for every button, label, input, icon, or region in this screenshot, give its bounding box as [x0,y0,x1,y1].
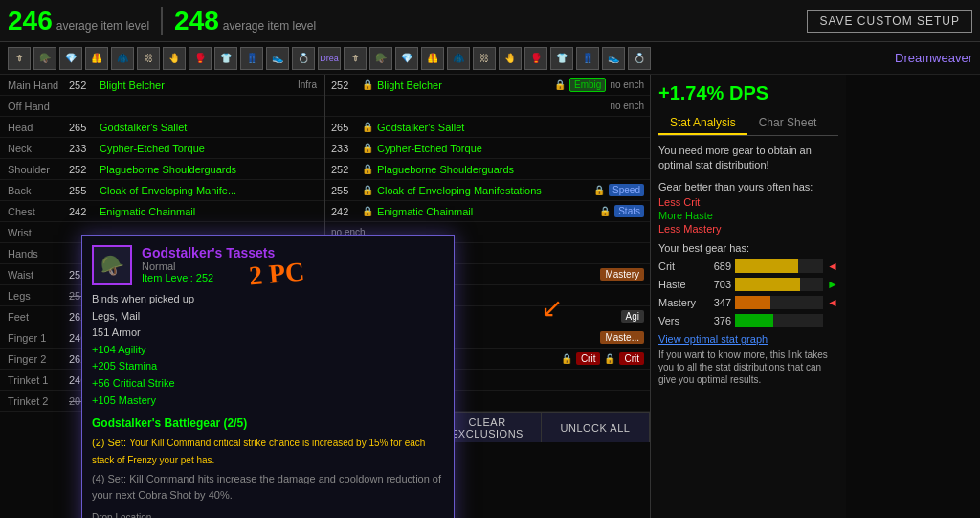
slot-label: Hands [8,248,65,259]
stat-name-mastery: Mastery [658,297,699,308]
gear-row-offhand[interactable]: Off Hand [0,96,324,117]
tooltip-body: Binds when picked up Legs, Mail 151 Armo… [92,291,444,518]
right-gear-row-back[interactable]: 255 🔒 Cloak of Enveloping Manifestations… [325,180,650,201]
right-ilvl-number: 248 [174,6,219,36]
stat-bar-crit: Crit 689 ◄ [658,259,838,273]
stat-value-mastery: 347 [702,297,731,308]
gear-row-chest[interactable]: Chest 242 Enigmatic Chainmail [0,201,324,222]
dps-label: % DPS [707,82,768,103]
save-custom-setup-button[interactable]: SAVE CUSTOM SETUP [807,10,972,33]
slot-icon-7[interactable]: 🤚 [163,47,186,70]
slot-icon-9[interactable]: 👕 [214,47,237,70]
stat-bar-mastery: Mastery 347 ◄ [658,296,838,309]
left-ilvl-number: 246 [8,6,53,36]
optimal-text: If you want to know more, this link take… [658,349,838,386]
lock-icon-2: 🔒 [593,185,605,195]
item-name: Blight Belcher [100,79,294,91]
tooltip-stat-agility: +104 Agility [92,342,444,359]
slot-icon-r11[interactable]: 👟 [602,47,625,70]
right-gear-row-chest[interactable]: 242 🔒 Enigmatic Chainmail 🔒 Stats [325,201,650,222]
need-gear-text: You need more gear to obtain an optimal … [658,144,838,173]
slot-label: Trinket 2 [8,395,65,407]
slot-icon-r4[interactable]: 🦺 [421,47,444,70]
slot-icon-r6[interactable]: ⛓ [473,47,496,70]
stat-bar-fill-mastery [735,296,770,309]
unlock-all-button[interactable]: UNLOCK ALL [542,413,650,442]
lock-icon: 🔒 [362,79,373,90]
ilvl-small: 265 [69,122,96,133]
enchant-noench: no ench [610,101,644,111]
slot-icon-r8[interactable]: 🥊 [524,47,547,70]
tooltip-stat-crit: +56 Critical Strike [92,375,444,393]
view-optimal-graph-link[interactable]: View optimal stat graph [658,333,838,345]
gear-row-shoulder[interactable]: Shoulder 252 Plagueborne Shoulderguards [0,159,324,180]
stat-bar-container-haste [735,278,823,291]
gear-row-head[interactable]: Head 265 Godstalker's Sallet [0,117,324,138]
ilvl-small: 233 [331,143,358,154]
stat-bar-haste: Haste 703 ► [658,278,838,291]
tooltip-set-2-text: Your Kill Command critical strike chance… [92,438,425,465]
lock-icon: 🔒 [362,143,373,153]
stat-stats-badge: Stats [614,205,644,217]
slot-icon-3[interactable]: 💎 [59,47,82,70]
right-ilvl-label: average item level [223,19,316,33]
slot-icon-4[interactable]: 🦺 [85,47,108,70]
ilvl-small: 252 [69,79,96,91]
icon-row: 🗡 🪖 💎 🦺 🧥 ⛓ 🤚 🥊 👕 👖 👟 💍 Drea 🗡 🪖 💎 🦺 🧥 ⛓… [0,42,980,75]
slot-icon-r7[interactable]: 🤚 [499,47,522,70]
tooltip-stat-mastery: +105 Mastery [92,393,444,410]
slot-label: Neck [8,143,65,154]
slot-label: Feet [8,311,65,323]
slot-icon-r9[interactable]: 👕 [550,47,573,70]
right-gear-row-mainhand[interactable]: 252 🔒 Blight Belcher 🔒 Embig no ench [325,75,650,96]
lock-icon-2: 🔒 [554,79,566,90]
right-gear-row-shoulder[interactable]: 252 🔒 Plagueborne Shoulderguards [325,159,650,180]
slot-label: Chest [8,206,65,217]
ilvl-small: 242 [69,206,96,217]
slot-icon-10[interactable]: 👖 [240,47,263,70]
slot-icon-2[interactable]: 🪖 [33,47,56,70]
item-name: Plagueborne Shoulderguards [377,164,644,175]
slot-icon-r3[interactable]: 💎 [395,47,418,70]
top-bar: 246 average item level 248 average item … [0,0,980,42]
stat-bar-container-crit [735,259,823,273]
slot-label: Waist [8,269,65,281]
tooltip-item-title: Godstalker's Tassets [142,245,275,260]
slot-label: Main Hand [8,79,65,91]
right-gear-row-head[interactable]: 265 🔒 Godstalker's Sallet [325,117,650,138]
slot-icon-8[interactable]: 🥊 [189,47,212,70]
tab-stat-analysis[interactable]: Stat Analysis [658,112,747,135]
slot-icon-r1[interactable]: 🗡 [344,47,367,70]
ilvl-small: 242 [331,206,358,217]
slot-icon-drea[interactable]: Drea [318,47,341,70]
slot-icon-11[interactable]: 👟 [266,47,289,70]
lock-icon: 🔒 [362,185,373,195]
slot-icon-5[interactable]: 🧥 [111,47,134,70]
slot-label: Trinket 1 [8,374,65,386]
slot-icon-6[interactable]: ⛓ [137,47,160,70]
item-name: Godstalker's Sallet [377,122,644,133]
tooltip-set-name: Godstalker's Battlegear (2/5) [92,415,444,433]
gear-row-mainhand[interactable]: Main Hand 252 Blight Belcher Infra [0,75,324,96]
slot-icon-r10[interactable]: 👖 [576,47,599,70]
gear-row-back[interactable]: Back 255 Cloak of Enveloping Manife... [0,180,324,201]
tab-char-sheet[interactable]: Char Sheet [747,112,829,135]
right-ilvl-section: 248 average item level [174,6,316,36]
slot-icon-r5[interactable]: 🧥 [447,47,470,70]
slot-label: Legs [8,290,65,302]
slot-icon-r12[interactable]: 💍 [628,47,651,70]
stat-value-haste: 703 [702,279,731,290]
stat-name-haste: Haste [658,279,699,290]
item-name: Cypher-Etched Torque [377,143,644,154]
stat-maste-badge: Maste... [600,331,644,344]
slot-icon-r2[interactable]: 🪖 [369,47,392,70]
slot-icon-12[interactable]: 💍 [292,47,315,70]
tooltip-drop-label: Drop Location [92,510,444,518]
ilvl-separator [161,7,163,35]
ilvl-small: 233 [69,143,96,154]
right-gear-row-neck[interactable]: 233 🔒 Cypher-Etched Torque [325,138,650,159]
gear-row-neck[interactable]: Neck 233 Cypher-Etched Torque [0,138,324,159]
stat-name-vers: Vers [658,315,699,327]
slot-icon-1[interactable]: 🗡 [8,47,31,70]
right-gear-row-offhand[interactable]: no ench [325,96,650,117]
